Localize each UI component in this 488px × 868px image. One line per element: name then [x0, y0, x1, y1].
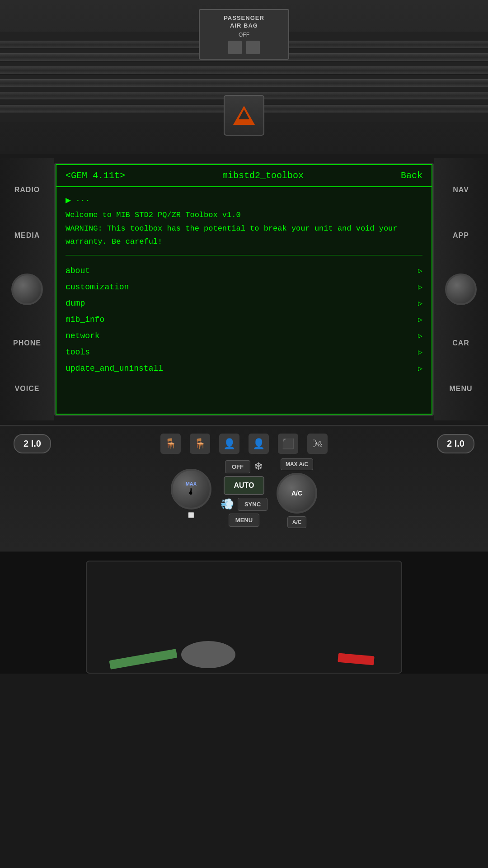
hazard-button[interactable]: [224, 95, 264, 136]
right-side-buttons: NAV APP CAR MENU: [434, 158, 488, 420]
temp-display-left: 2 I.0: [14, 434, 51, 453]
menu-item-mib-info[interactable]: mib_info ▷: [66, 311, 422, 328]
airbag-label: PASSENGERAIR BAG: [204, 14, 284, 30]
menu-item-customization-label: customization: [66, 283, 129, 292]
fan2-sync-row: 💨 SYNC: [221, 498, 267, 511]
prompt-arrow-icon: ▶: [66, 194, 71, 206]
terminal-title-toolbox: mibstd2_toolbox: [222, 170, 304, 181]
off-fan-row: OFF ❄: [225, 460, 263, 473]
menu-item-dump-arrow: ▷: [418, 299, 422, 308]
air-distribution-icon: 💨: [221, 498, 234, 510]
auto-button[interactable]: AUTO: [224, 476, 264, 495]
menu-item-mib-info-arrow: ▷: [418, 315, 422, 324]
temp-display-right: 2 I.0: [437, 434, 474, 453]
menu-item-update-arrow: ▷: [418, 364, 422, 373]
menu-item-update[interactable]: update_and_uninstall ▷: [66, 360, 422, 377]
storage-compartment: [86, 561, 402, 674]
hazard-triangle-icon: [233, 106, 255, 125]
right-ac-knob[interactable]: A/C: [277, 473, 317, 514]
menu-item-tools-label: tools: [66, 348, 90, 357]
phone-button[interactable]: PHONE: [5, 335, 50, 351]
terminal-title-gem: <GEM 4.11t>: [66, 170, 125, 181]
left-side-buttons: RADIO MEDIA PHONE VOICE: [0, 158, 54, 420]
infotainment-unit: RADIO MEDIA PHONE VOICE <GEM 4.11t> mibs…: [0, 154, 488, 425]
ventilation-icon[interactable]: 🌬: [307, 434, 328, 454]
voice-button[interactable]: VOICE: [5, 381, 50, 396]
ac-knob-label: A/C: [291, 490, 302, 497]
left-climate-knob-area: MAX 🌡 ⬜: [171, 469, 211, 518]
vent-slat-4: [0, 79, 488, 87]
fan-icon: ❄: [254, 460, 263, 473]
menu-climate-button[interactable]: MENU: [229, 514, 259, 527]
menu-item-mib-info-label: mib_info: [66, 315, 104, 324]
vent-slat-3: [0, 66, 488, 75]
menu-button[interactable]: MENU: [438, 381, 483, 396]
prompt-dots: ...: [75, 194, 90, 203]
terminal-frame: <GEM 4.11t> mibstd2_toolbox Back ▶ ... W…: [56, 164, 432, 415]
airbag-icon-2: [246, 41, 260, 54]
airbag-icon-1: [228, 41, 242, 54]
media-button[interactable]: MEDIA: [5, 228, 50, 243]
airbag-panel: PASSENGERAIR BAG OFF: [199, 9, 289, 60]
terminal-content: ▶ ... Welcome to MIB STD2 PQ/ZR Toolbox …: [56, 187, 432, 415]
climate-top-row: 2 I.0 🪑 🪑 👤 👤 ⬛ 🌬 2 I.0: [9, 434, 479, 454]
airbag-icons-row: [204, 41, 284, 54]
rear-seat-icon[interactable]: 👤: [219, 434, 239, 454]
max-ac-button[interactable]: MAX A/C: [281, 458, 313, 470]
keys-item: [181, 641, 235, 668]
defrost-icon-label: ⬜: [188, 512, 194, 518]
menu-item-network[interactable]: network ▷: [66, 328, 422, 344]
right-knob[interactable]: [445, 274, 477, 305]
menu-item-update-label: update_and_uninstall: [66, 364, 163, 373]
right-climate-knob-area: MAX A/C A/C A/C: [277, 458, 317, 528]
back-button[interactable]: Back: [401, 170, 422, 181]
seat-heat-driver-icon[interactable]: 🪑: [160, 434, 181, 454]
menu-item-about[interactable]: about ▷: [66, 263, 422, 279]
menu-item-about-arrow: ▷: [418, 266, 422, 275]
menu-item-tools[interactable]: tools ▷: [66, 344, 422, 360]
menu-item-network-arrow: ▷: [418, 331, 422, 340]
car-button[interactable]: CAR: [438, 335, 483, 351]
climate-knobs-row: MAX 🌡 ⬜ OFF ❄ AUTO 💨 SYNC MENU MAX A/C A…: [9, 458, 479, 528]
menu-item-dump[interactable]: dump ▷: [66, 295, 422, 311]
terminal-header: <GEM 4.11t> mibstd2_toolbox Back: [56, 164, 432, 187]
heat-icon: 🌡: [186, 486, 197, 497]
red-item: [338, 653, 374, 665]
nav-button[interactable]: NAV: [438, 182, 483, 198]
menu-item-dump-label: dump: [66, 299, 85, 308]
off-button[interactable]: OFF: [225, 460, 250, 473]
left-knob-labels: MAX 🌡: [186, 481, 197, 497]
climate-control: 2 I.0 🪑 🪑 👤 👤 ⬛ 🌬 2 I.0 MAX 🌡 ⬜: [0, 425, 488, 552]
app-button[interactable]: APP: [438, 228, 483, 243]
max-heat-label: MAX: [186, 481, 197, 486]
seat-heat-passenger-icon[interactable]: 🪑: [190, 434, 210, 454]
dashboard-top: PASSENGERAIR BAG OFF: [0, 0, 488, 154]
radio-button[interactable]: RADIO: [5, 182, 50, 198]
menu-item-customization-arrow: ▷: [418, 283, 422, 292]
center-console: [0, 552, 488, 674]
sync-button[interactable]: SYNC: [238, 498, 267, 511]
window-icon[interactable]: ⬛: [278, 434, 298, 454]
ac-button[interactable]: A/C: [287, 516, 307, 528]
screen-content: <GEM 4.11t> mibstd2_toolbox Back ▶ ... W…: [56, 164, 432, 415]
separator: [66, 255, 422, 255]
menu-item-about-label: about: [66, 266, 90, 275]
warning-message-1: WARNING: This toolbox has the potential …: [66, 223, 422, 235]
menu-item-tools-arrow: ▷: [418, 348, 422, 357]
rear-seat-2-icon[interactable]: 👤: [249, 434, 269, 454]
green-strap: [109, 649, 177, 670]
left-temp-knob[interactable]: MAX 🌡: [171, 469, 211, 509]
climate-icons-row: 🪑 🪑 👤 👤 ⬛ 🌬: [160, 434, 328, 454]
terminal-prompt-line: ▶ ...: [66, 194, 422, 206]
menu-item-customization[interactable]: customization ▷: [66, 279, 422, 295]
welcome-message: Welcome to MIB STD2 PQ/ZR Toolbox v1.0: [66, 209, 422, 221]
left-knob[interactable]: [11, 274, 43, 305]
climate-center-controls: OFF ❄ AUTO 💨 SYNC MENU: [221, 460, 267, 527]
infotainment-screen: <GEM 4.11t> mibstd2_toolbox Back ▶ ... W…: [54, 163, 434, 416]
menu-item-network-label: network: [66, 331, 100, 340]
warning-message-2: warranty. Be careful!: [66, 236, 422, 248]
airbag-status: OFF: [204, 32, 284, 38]
